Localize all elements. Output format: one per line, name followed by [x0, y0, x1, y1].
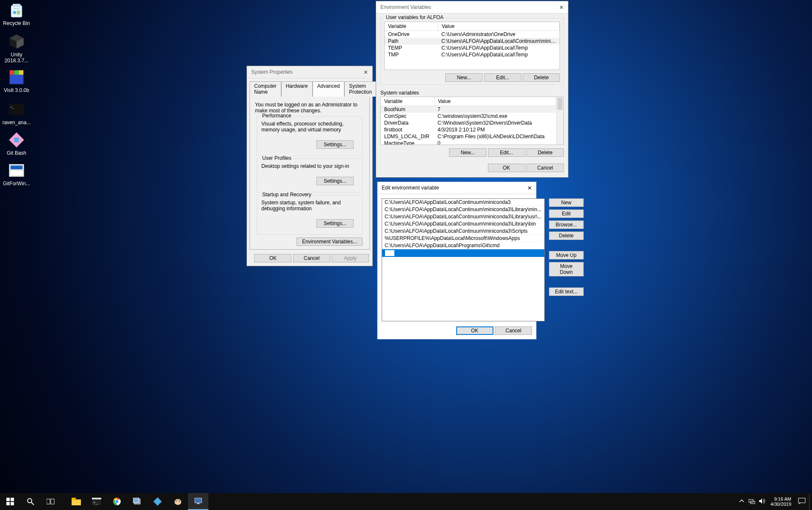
tray-volume-icon[interactable]	[757, 498, 767, 505]
svg-marker-46	[759, 499, 762, 504]
path-entries-listbox[interactable]: C:\Users\ALFOA\AppData\Local\Continuum\m…	[382, 198, 545, 321]
desktop-icon-label: Unity 2018.3.7...	[0, 52, 33, 64]
sys-new-button[interactable]: New...	[449, 148, 486, 157]
startup-recovery-settings-button[interactable]: Settings...	[316, 219, 354, 228]
path-row[interactable]: C:\Users\ALFOA\AppData\Local\Continuum\m…	[382, 199, 544, 206]
cancel-button[interactable]: Cancel	[527, 164, 564, 172]
svg-point-41	[179, 501, 180, 502]
delete-button[interactable]: Delete	[549, 231, 584, 240]
desktop-icon-gitforwin[interactable]: GitForWin...	[0, 161, 33, 187]
svg-rect-23	[11, 502, 14, 505]
taskbar-clock[interactable]: 9:16 AM 4/30/2019	[767, 496, 795, 507]
editpath-titlebar[interactable]: Edit environment variable ✕	[377, 182, 536, 194]
cancel-button[interactable]: Cancel	[495, 326, 532, 335]
cancel-button[interactable]: Cancel	[293, 254, 330, 262]
close-icon[interactable]: ✕	[526, 185, 534, 191]
desktop-icon-raven[interactable]: >_ raven_ana...	[0, 100, 33, 125]
system-vars-legend: System variables	[380, 90, 564, 96]
svg-rect-19	[11, 171, 22, 176]
edit-button[interactable]: Edit	[549, 209, 584, 218]
path-edit-input[interactable]	[385, 250, 395, 256]
tab-system-protection[interactable]: System Protection	[344, 81, 377, 97]
path-edit-row[interactable]	[382, 249, 544, 257]
tab-computer-name[interactable]: Computer Name	[249, 81, 281, 97]
search-button[interactable]	[20, 493, 41, 510]
move-up-button[interactable]: Move Up	[549, 251, 584, 259]
taskbar-app-paint[interactable]	[168, 493, 188, 510]
path-row[interactable]: C:\Users\ALFOA\AppData\Local\Programs\Gi…	[382, 242, 544, 249]
col-value[interactable]: Value	[438, 22, 560, 31]
user-var-row[interactable]: TEMPC:\Users\ALFOA\AppData\Local\Temp	[385, 45, 560, 51]
move-down-button[interactable]: Move Down	[549, 262, 584, 276]
sys-var-row[interactable]: MachineType0	[381, 140, 556, 145]
user-new-button[interactable]: New...	[445, 73, 482, 82]
sys-var-row[interactable]: LDMS_LOCAL_DIRC:\Program Files (x86)\LAN…	[381, 133, 556, 140]
environment-variables-button[interactable]: Environment Variables...	[297, 237, 363, 246]
show-desktop-button[interactable]	[809, 493, 812, 510]
path-row[interactable]: %USERPROFILE%\AppData\Local\Microsoft\Wi…	[382, 235, 544, 242]
tab-advanced[interactable]: Advanced	[313, 81, 344, 97]
col-variable[interactable]: Variable	[385, 22, 438, 31]
browse-button[interactable]: Browse...	[549, 220, 584, 229]
user-var-row[interactable]: PathC:\Users\ALFOA\AppData\Local\Continu…	[385, 38, 560, 45]
performance-settings-button[interactable]: Settings...	[316, 140, 354, 149]
action-center-icon[interactable]	[795, 498, 809, 506]
sys-var-row[interactable]: BootNum7	[381, 106, 556, 113]
user-var-row[interactable]: OneDriveC:\Users\Administrator\OneDrive	[385, 31, 560, 38]
tray-network-icon[interactable]	[747, 498, 757, 505]
scrollbar[interactable]	[556, 97, 563, 145]
new-button[interactable]: New	[549, 198, 584, 207]
col-value[interactable]: Value	[435, 97, 556, 106]
user-profiles-group: User Profiles Desktop settings related t…	[257, 159, 363, 192]
desktop-icon-visit[interactable]: VisIt 3.0.0b	[0, 68, 33, 93]
envvars-titlebar[interactable]: Environment Variables ✕	[376, 1, 568, 14]
sys-var-row[interactable]: ComSpecC:\windows\system32\cmd.exe	[381, 113, 556, 120]
path-row[interactable]: C:\Users\ALFOA\AppData\Local\Continuum\m…	[382, 206, 544, 213]
user-profiles-settings-button[interactable]: Settings...	[316, 177, 354, 185]
ok-button[interactable]: OK	[488, 164, 525, 172]
unity-icon	[7, 32, 26, 51]
close-icon[interactable]: ✕	[557, 4, 565, 11]
edit-env-variable-window: Edit environment variable ✕ C:\Users\ALF…	[377, 181, 537, 340]
ok-button[interactable]: OK	[456, 326, 493, 335]
path-row[interactable]: C:\Users\ALFOA\AppData\Local\Continuum\m…	[382, 220, 544, 228]
svg-point-24	[28, 499, 32, 503]
desktop-icon-unity[interactable]: Unity 2018.3.7...	[0, 32, 33, 64]
apply-button[interactable]: Apply	[332, 254, 369, 262]
path-row[interactable]: C:\Users\ALFOA\AppData\Local\Continuum\m…	[382, 228, 544, 235]
svg-rect-31	[92, 498, 101, 499]
user-edit-button[interactable]: Edit...	[484, 73, 521, 82]
tray-chevron-up-icon[interactable]	[737, 499, 747, 505]
sys-var-row[interactable]: firstboot4/3/2019 2:10:12 PM	[381, 126, 556, 133]
path-row[interactable]: C:\Users\ALFOA\AppData\Local\Continuum\m…	[382, 213, 544, 220]
taskbar-app-system-properties[interactable]	[188, 493, 208, 510]
col-variable[interactable]: Variable	[381, 97, 435, 106]
desktop-icon-git-bash[interactable]: Git Bash	[0, 131, 33, 156]
edit-text-button[interactable]: Edit text...	[549, 287, 584, 296]
user-vars-listview[interactable]: Variable Value OneDriveC:\Users\Administ…	[384, 22, 560, 70]
ok-button[interactable]: OK	[254, 254, 291, 262]
taskbar-app-explorer[interactable]	[66, 493, 86, 510]
user-delete-button[interactable]: Delete	[523, 73, 560, 82]
environment-variables-window: Environment Variables ✕ User variables f…	[376, 1, 568, 178]
cell-value: C:\Program Files (x86)\LANDesk\LDClient\…	[434, 133, 556, 140]
sys-edit-button[interactable]: Edit...	[488, 148, 525, 157]
palette-icon	[174, 497, 182, 506]
system-properties-titlebar[interactable]: System Properties ✕	[247, 66, 372, 78]
desktop-icon-recycle-bin[interactable]: Recycle Bin	[0, 1, 33, 26]
taskbar-app-cmd[interactable]: >_	[86, 493, 107, 510]
user-var-row[interactable]: TMPC:\Users\ALFOA\AppData\Local\Temp	[385, 51, 560, 58]
task-view-button[interactable]	[41, 493, 61, 510]
cell-value: C:\Users\ALFOA\AppData\Local\Continuum\m…	[438, 38, 560, 45]
close-icon[interactable]: ✕	[362, 69, 370, 75]
taskbar-app-generic1[interactable]	[127, 493, 147, 510]
start-button[interactable]	[0, 493, 20, 510]
desktop-icon-label: VisIt 3.0.0b	[0, 87, 33, 93]
tab-hardware[interactable]: Hardware	[281, 81, 313, 97]
window-title: Environment Variables	[380, 4, 431, 10]
taskbar-app-chrome[interactable]	[107, 493, 127, 510]
sys-delete-button[interactable]: Delete	[527, 148, 564, 157]
taskbar-app-git-bash[interactable]	[147, 493, 168, 510]
sys-var-row[interactable]: DriverDataC:\Windows\System32\Drivers\Dr…	[381, 120, 556, 126]
system-vars-listview[interactable]: Variable Value BootNum7ComSpecC:\windows…	[380, 97, 564, 145]
